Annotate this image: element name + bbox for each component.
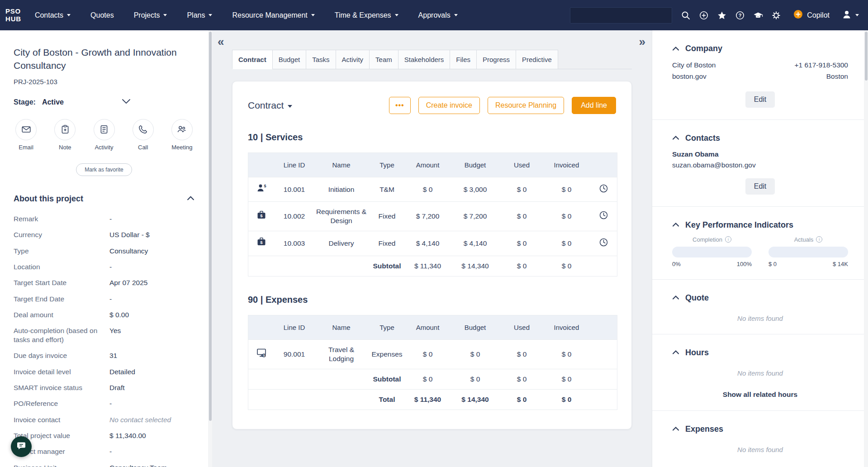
cell-type: Fixed: [369, 231, 406, 256]
col-type: Type: [369, 315, 406, 339]
create-invoice-button[interactable]: Create invoice: [418, 97, 480, 114]
stage-label: Stage:: [14, 98, 36, 106]
field-currency: CurrencyUS Dollar - $: [14, 227, 194, 243]
hours-empty-state: No items found: [672, 369, 848, 377]
tab-progress[interactable]: Progress: [476, 50, 516, 69]
academy-graduation-cap-icon[interactable]: [749, 6, 767, 24]
psohub-logo[interactable]: PSO HUB: [5, 8, 21, 23]
col-line-id: Line ID: [275, 315, 314, 339]
nav-time-expenses[interactable]: Time & Expenses: [335, 11, 398, 19]
chevron-up-icon[interactable]: [187, 195, 194, 203]
tab-contract[interactable]: Contract: [232, 50, 273, 69]
cell-amount: $ 0: [406, 177, 450, 202]
show-all-hours-link[interactable]: Show all related hours: [672, 391, 848, 399]
kpi-section-header[interactable]: Key Performance Indicators: [672, 220, 848, 230]
service-line-row[interactable]: $ 10.003 Delivery Fixed $ 4,140 $ 4,140 …: [248, 231, 617, 256]
settings-gear-icon[interactable]: [767, 6, 785, 24]
contact-email[interactable]: suzan.obama@boston.gov: [672, 161, 848, 169]
tab-activity[interactable]: Activity: [336, 50, 370, 69]
call-action-button[interactable]: Call: [131, 119, 156, 151]
nav-approvals[interactable]: Approvals: [418, 11, 458, 19]
user-menu[interactable]: [841, 9, 859, 22]
service-line-row[interactable]: $ 10.002 Requirements & Design Fixed $ 7…: [248, 202, 617, 231]
scrollbar-thumb[interactable]: [209, 32, 212, 421]
edit-contacts-button[interactable]: Edit: [745, 178, 775, 195]
services-section-heading: 10 | Services: [248, 132, 616, 143]
more-options-button[interactable]: •••: [389, 97, 411, 114]
edit-company-button[interactable]: Edit: [745, 91, 775, 108]
expense-line-row[interactable]: $ 90.001 Travel & Lodging Expenses $ 0 $…: [248, 339, 617, 369]
tab-budget[interactable]: Budget: [272, 50, 307, 69]
col-invoiced: Invoiced: [543, 315, 590, 339]
stage-value: Active: [42, 98, 64, 106]
resource-planning-button[interactable]: Resource Planning: [488, 97, 564, 114]
add-line-button[interactable]: Add line: [572, 97, 616, 114]
chat-launcher-button[interactable]: [11, 436, 32, 457]
favorites-star-icon[interactable]: [713, 6, 731, 24]
tab-predictive[interactable]: Predictive: [516, 50, 558, 69]
col-actions: [590, 315, 617, 339]
completion-min: 0%: [672, 261, 681, 267]
contract-actions: ••• Create invoice Resource Planning Add…: [389, 97, 616, 114]
time-tracking-icon[interactable]: [599, 238, 608, 247]
mark-as-favorite-button[interactable]: Mark as favorite: [76, 163, 132, 176]
tab-stakeholders[interactable]: Stakeholders: [398, 50, 451, 69]
chevron-down-icon[interactable]: [121, 98, 131, 106]
field-invoice-contact: Invoice contactNo contact selected: [14, 412, 194, 428]
about-section-header: About this project: [14, 194, 194, 204]
contacts-section-header[interactable]: Contacts: [672, 133, 848, 143]
page-scrollbar[interactable]: [864, 30, 868, 467]
help-icon[interactable]: ?: [731, 6, 749, 24]
col-budget: Budget: [450, 315, 501, 339]
quick-add-icon[interactable]: [695, 6, 713, 24]
field-label: Auto-completion (based on tasks and effo…: [14, 326, 109, 344]
quote-section-header[interactable]: Quote: [672, 293, 848, 303]
field-target-end-date: Target End Date-: [14, 291, 194, 307]
actuals-min: $ 0: [768, 261, 777, 267]
chevron-down-icon: [454, 14, 458, 16]
call-icon: [133, 119, 154, 140]
email-action-button[interactable]: Email: [14, 119, 38, 151]
tab-team[interactable]: Team: [369, 50, 398, 69]
note-action-button[interactable]: Note: [52, 119, 77, 151]
field-value: Consultancy Team: [109, 463, 167, 467]
nav-plans-label: Plans: [187, 11, 205, 19]
nav-quotes[interactable]: Quotes: [90, 11, 114, 19]
nav-contacts[interactable]: Contacts: [35, 11, 71, 19]
scrollbar-thumb[interactable]: [865, 32, 868, 81]
contract-view-dropdown[interactable]: Contract: [248, 100, 292, 111]
chevron-up-icon: [672, 221, 679, 229]
hours-section-header[interactable]: Hours: [672, 348, 848, 357]
service-line-row[interactable]: $ 10.001 Initiation T&M $ 0 $ 3,000 $ 0 …: [248, 177, 617, 202]
expenses-section-header[interactable]: Expenses: [672, 424, 848, 434]
search-icon[interactable]: [677, 6, 695, 24]
tab-files[interactable]: Files: [450, 50, 477, 69]
activity-action-button[interactable]: Activity: [91, 119, 116, 151]
time-tracking-icon[interactable]: [599, 184, 608, 193]
company-website[interactable]: boston.gov: [672, 71, 716, 82]
info-icon[interactable]: i: [725, 236, 731, 243]
total-budget: $ 14,340: [450, 390, 501, 410]
field-value: 31: [109, 351, 117, 360]
company-section-header[interactable]: Company: [672, 44, 848, 53]
nav-plans[interactable]: Plans: [187, 11, 212, 19]
collapse-left-panel-icon[interactable]: «: [218, 36, 224, 48]
tab-tasks[interactable]: Tasks: [306, 50, 336, 69]
svg-text:$: $: [264, 184, 266, 188]
time-tracking-icon[interactable]: [599, 210, 608, 220]
field-value: Draft: [109, 383, 125, 392]
quote-section: Quote No items found: [652, 280, 868, 334]
sidebar-scrollbar[interactable]: [208, 30, 212, 467]
stage-selector[interactable]: Stage: Active: [14, 98, 131, 106]
collapse-right-panel-icon[interactable]: »: [639, 36, 645, 48]
copilot-button[interactable]: Copilot: [793, 10, 830, 21]
main-nav: Contacts Quotes Projects Plans Resource …: [35, 11, 458, 19]
nav-resource-management[interactable]: Resource Management: [232, 11, 314, 19]
cell-name: Initiation: [314, 177, 369, 202]
meeting-action-button[interactable]: Meeting: [170, 119, 194, 151]
related-info-panel: Company City of Boston boston.gov +1 617…: [652, 30, 868, 467]
global-search-input[interactable]: [570, 7, 672, 24]
nav-projects[interactable]: Projects: [134, 11, 167, 19]
main-content: « » Contract Budget Tasks Activity Team …: [212, 30, 652, 467]
info-icon[interactable]: i: [816, 236, 822, 243]
